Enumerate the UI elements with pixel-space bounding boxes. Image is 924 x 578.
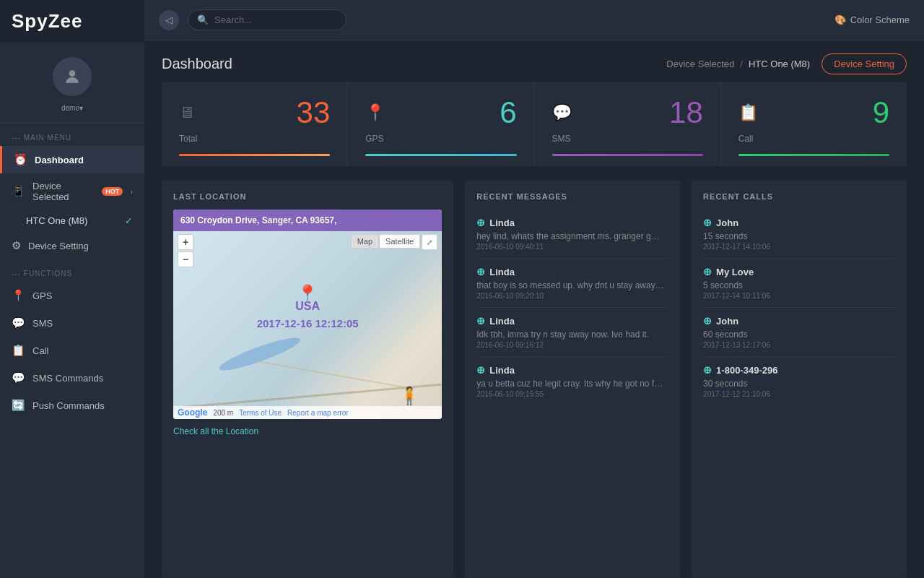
username[interactable]: demo▾ xyxy=(61,102,83,113)
message-item-1[interactable]: ⊕ Linda that boy is so messed up. why dn… xyxy=(476,259,668,308)
stat-total: 🖥 33 Total xyxy=(162,82,348,166)
sms-icon: 💬 xyxy=(12,316,25,329)
msg-time-3: 2016-06-10 09:15:55 xyxy=(476,390,668,398)
sidebar-item-device-setting[interactable]: ⚙ Device Setting xyxy=(0,232,144,259)
call-contact-name: 1-800-349-296 xyxy=(716,365,777,376)
map-container[interactable]: 630 Croydon Drive, Sanger, CA 93657, + −… xyxy=(173,210,442,419)
panels: LAST LOCATION 630 Croydon Drive, Sanger,… xyxy=(162,181,907,578)
sidebar-item-gps[interactable]: 📍 GPS xyxy=(0,282,144,309)
map-location-pin: 📍 xyxy=(297,284,318,304)
map-road2 xyxy=(255,361,414,390)
color-scheme-button[interactable]: 🎨 Color Scheme xyxy=(834,14,910,25)
device-setting-button[interactable]: Device Setting xyxy=(821,53,907,74)
zoom-in-button[interactable]: + xyxy=(178,234,193,250)
stat-value-gps: 6 xyxy=(500,98,516,128)
msg-contact-name: Linda xyxy=(489,316,515,327)
sidebar-item-dashboard[interactable]: ⏰ Dashboard xyxy=(0,146,144,173)
msg-time-1: 2016-06-10 09:20:10 xyxy=(476,292,668,300)
sidebar-item-label: Device Setting xyxy=(28,241,89,251)
gps-stat-icon: 📍 xyxy=(365,103,385,122)
map-footer: Google 200 m Terms of Use Report a map e… xyxy=(173,406,442,419)
call-contact-icon: ⊕ xyxy=(703,364,712,376)
call-name-0: ⊕ John xyxy=(703,217,895,228)
call-time-1: 2017-12-14 10:11:06 xyxy=(703,292,895,300)
message-item-0[interactable]: ⊕ Linda hey lind, whats the assignment m… xyxy=(476,210,668,259)
map-river xyxy=(217,332,303,376)
sidebar-subitem-htc[interactable]: HTC One (M8) ✓ xyxy=(0,210,144,232)
call-contact-icon: ⊕ xyxy=(703,315,712,327)
call-item-0[interactable]: ⊕ John 15 seconds 2017-12-17 14:10:06 xyxy=(703,210,895,259)
sms-commands-icon: 💬 xyxy=(12,371,25,384)
msg-name-3: ⊕ Linda xyxy=(476,364,668,376)
msg-preview-3: ya u betta cuz he legit cray. Its why he… xyxy=(476,379,664,389)
zoom-out-button[interactable]: − xyxy=(178,251,193,267)
message-item-2[interactable]: ⊕ Linda Idk tbh, imma try n stay away no… xyxy=(476,308,668,357)
search-input[interactable] xyxy=(214,14,330,25)
stat-value-sms: 18 xyxy=(669,98,703,128)
main-content: ◁ 🔍 🎨 Color Scheme Dashboard Device Sele… xyxy=(144,0,924,578)
call-name-3: ⊕ 1-800-349-296 xyxy=(703,364,895,376)
call-contact-name: John xyxy=(716,316,738,327)
message-item-3[interactable]: ⊕ Linda ya u betta cuz he legit cray. It… xyxy=(476,357,668,405)
contact-icon: ⊕ xyxy=(476,364,485,376)
call-name-2: ⊕ John xyxy=(703,315,895,327)
map-type-satellite[interactable]: Satellite xyxy=(379,234,420,249)
msg-contact-name: Linda xyxy=(489,267,515,277)
call-item-2[interactable]: ⊕ John 60 seconds 2017-12-13 12:17:06 xyxy=(703,308,895,357)
msg-contact-name: Linda xyxy=(489,217,515,228)
stat-label-gps: GPS xyxy=(365,134,516,144)
map-terms[interactable]: Terms of Use xyxy=(239,409,282,417)
msg-preview-2: Idk tbh, imma try n stay away now. Ive h… xyxy=(476,329,664,340)
stat-value-call: 9 xyxy=(873,98,889,128)
dashboard-icon: ⏰ xyxy=(14,153,27,166)
breadcrumb-separator: / xyxy=(740,59,743,69)
call-time-0: 2017-12-17 14:10:06 xyxy=(703,243,895,251)
call-icon: 📋 xyxy=(12,344,25,357)
stat-bar-sms xyxy=(552,154,703,156)
topbar: ◁ 🔍 🎨 Color Scheme xyxy=(144,0,924,40)
sidebar-item-device-selected[interactable]: 📱 Device Selected HOT › xyxy=(0,173,144,210)
msg-name-2: ⊕ Linda xyxy=(476,315,668,327)
sidebar-item-push-commands[interactable]: 🔄 Push Commands xyxy=(0,392,144,419)
map-type-buttons[interactable]: Map Satellite xyxy=(351,234,421,249)
sidebar-item-call[interactable]: 📋 Call xyxy=(0,337,144,364)
call-duration-3: 30 seconds xyxy=(703,379,895,389)
map-background: 630 Croydon Drive, Sanger, CA 93657, + −… xyxy=(173,210,442,419)
map-person-icon: 🧍 xyxy=(398,386,420,406)
stat-call: 📋 9 Call xyxy=(721,82,907,166)
msg-preview-1: that boy is so messed up. why dnt u stay… xyxy=(476,280,664,290)
call-time-3: 2017-12-12 21:10:06 xyxy=(703,390,895,398)
contact-icon: ⊕ xyxy=(476,266,485,277)
map-controls[interactable]: + − xyxy=(178,234,193,267)
map-datetime: 2017-12-16 12:12:05 xyxy=(257,317,359,329)
call-item-1[interactable]: ⊕ My Love 5 seconds 2017-12-14 10:11:06 xyxy=(703,259,895,308)
sidebar-item-sms[interactable]: 💬 SMS xyxy=(0,309,144,337)
contact-icon: ⊕ xyxy=(476,315,485,327)
call-duration-2: 60 seconds xyxy=(703,329,895,340)
stat-label-sms: SMS xyxy=(552,134,703,144)
sidebar-item-label: Device Selected xyxy=(32,181,92,202)
contact-icon: ⊕ xyxy=(476,217,485,228)
messages-panel: RECENT MESSAGES ⊕ Linda hey lind, whats … xyxy=(465,181,680,578)
call-name-1: ⊕ My Love xyxy=(703,266,895,277)
search-box[interactable]: 🔍 xyxy=(188,9,346,30)
messages-panel-title: RECENT MESSAGES xyxy=(476,192,668,201)
check-icon: ✓ xyxy=(125,215,133,226)
msg-name-1: ⊕ Linda xyxy=(476,266,668,277)
call-item-3[interactable]: ⊕ 1-800-349-296 30 seconds 2017-12-12 21… xyxy=(703,357,895,405)
google-logo: Google xyxy=(178,407,207,418)
msg-preview-0: hey lind, whats the assignment ms. grang… xyxy=(476,231,664,241)
device-icon: 📱 xyxy=(12,185,25,198)
map-type-map[interactable]: Map xyxy=(351,234,379,249)
msg-time-2: 2016-06-10 09:16:12 xyxy=(476,341,668,349)
stat-bar-total xyxy=(179,154,330,156)
check-all-location-link[interactable]: Check all the Location xyxy=(173,426,442,436)
device-name-label: HTC One (M8) xyxy=(26,215,87,226)
map-report[interactable]: Report a map error xyxy=(287,409,348,417)
sidebar-item-sms-commands[interactable]: 💬 SMS Commands xyxy=(0,364,144,392)
map-expand-button[interactable]: ⤢ xyxy=(422,234,437,250)
user-profile[interactable]: demo▾ xyxy=(0,43,144,124)
back-button[interactable]: ◁ xyxy=(159,10,179,30)
call-time-2: 2017-12-13 12:17:06 xyxy=(703,341,895,349)
msg-name-0: ⊕ Linda xyxy=(476,217,668,228)
